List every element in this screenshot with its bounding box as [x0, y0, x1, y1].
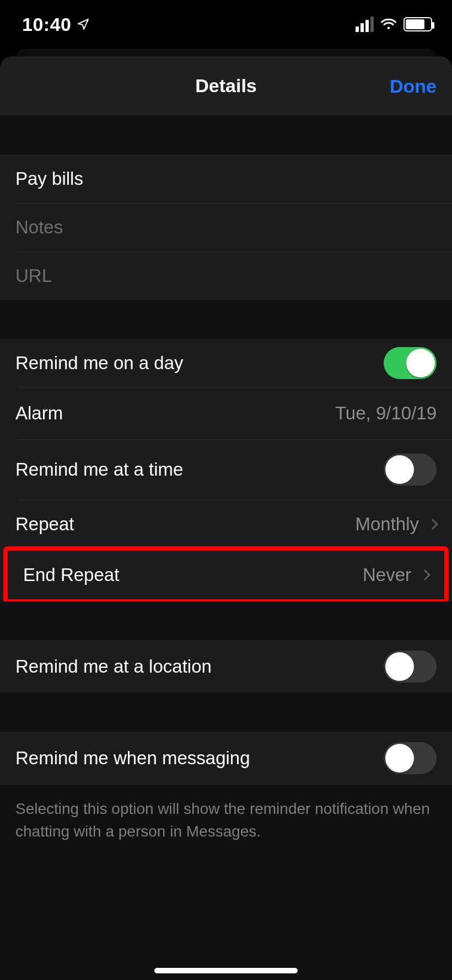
remind-time-label: Remind me at a time	[15, 459, 183, 480]
chevron-right-icon	[427, 519, 438, 530]
remind-day-toggle[interactable]	[384, 347, 437, 379]
chevron-right-icon	[419, 569, 431, 580]
notes-field[interactable]	[0, 203, 452, 252]
basic-info-group	[0, 155, 452, 300]
background-card-edge	[17, 49, 435, 56]
cellular-signal-icon	[356, 17, 374, 32]
remind-location-toggle[interactable]	[384, 651, 437, 683]
remind-time-row: Remind me at a time	[0, 439, 452, 500]
remind-time-toggle[interactable]	[384, 454, 437, 486]
messaging-footer: Selecting this option will show the remi…	[0, 785, 452, 843]
remind-day-label: Remind me on a day	[15, 353, 184, 374]
title-input[interactable]	[15, 168, 437, 189]
repeat-value: Monthly	[355, 514, 419, 535]
remind-messaging-label: Remind me when messaging	[15, 748, 250, 769]
url-field[interactable]	[0, 252, 452, 300]
wifi-icon	[380, 18, 397, 31]
remind-location-row: Remind me at a location	[0, 640, 452, 693]
location-group: Remind me at a location	[0, 640, 452, 693]
nav-bar: Details Done	[0, 56, 452, 116]
details-sheet: Details Done Remind me on a day A	[0, 56, 452, 980]
alarm-label: Alarm	[15, 403, 63, 424]
remind-messaging-row: Remind me when messaging	[0, 732, 452, 785]
title-field[interactable]	[0, 155, 452, 203]
battery-icon	[403, 17, 432, 31]
location-services-icon	[77, 18, 90, 31]
repeat-row[interactable]: Repeat Monthly	[0, 500, 452, 548]
end-repeat-highlight: End Repeat Never	[3, 546, 449, 604]
repeat-label: Repeat	[15, 514, 74, 535]
alarm-row[interactable]: Alarm Tue, 9/10/19	[0, 387, 452, 439]
url-input[interactable]	[15, 265, 437, 286]
done-button[interactable]: Done	[390, 75, 437, 97]
end-repeat-label: End Repeat	[23, 564, 119, 585]
remind-day-row: Remind me on a day	[0, 339, 452, 387]
status-time: 10:40	[22, 14, 71, 35]
end-repeat-row[interactable]: End Repeat Never	[8, 551, 444, 599]
status-bar: 10:40	[0, 0, 452, 49]
remind-location-label: Remind me at a location	[15, 656, 212, 677]
notes-input[interactable]	[15, 217, 437, 238]
page-title: Details	[195, 75, 257, 97]
end-repeat-value: Never	[363, 564, 411, 585]
alarm-value: Tue, 9/10/19	[335, 403, 437, 424]
sheet-content: Remind me on a day Alarm Tue, 9/10/19 Re…	[0, 116, 452, 980]
home-indicator[interactable]	[154, 968, 298, 973]
remind-messaging-toggle[interactable]	[384, 742, 437, 774]
timing-group: Remind me on a day Alarm Tue, 9/10/19 Re…	[0, 339, 452, 604]
messaging-group: Remind me when messaging	[0, 732, 452, 785]
